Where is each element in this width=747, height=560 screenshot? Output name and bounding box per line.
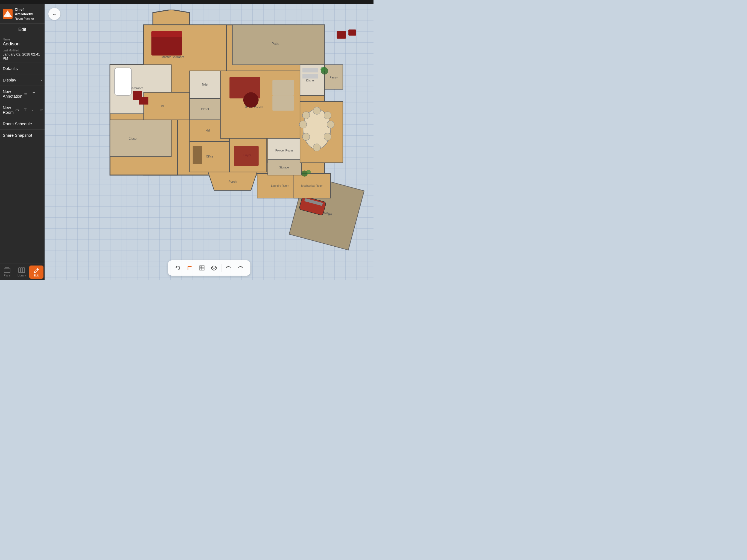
svg-point-74 [302, 111, 310, 119]
svg-point-71 [313, 144, 320, 151]
floorplan-container: Patio Porch Garage [64, 9, 371, 261]
arrow-icon: ⇐ [22, 91, 29, 97]
toolbar-divider [221, 264, 221, 272]
floorplan-svg: Patio Porch Garage [64, 9, 371, 261]
svg-text:Kitchen: Kitchen [306, 79, 315, 82]
svg-text:Toilet: Toilet [202, 83, 208, 86]
chevron-right-icon: › [41, 78, 42, 82]
top-bar [0, 0, 374, 4]
room-schedule-label: Room Schedule [3, 121, 42, 126]
svg-text:Hall: Hall [206, 129, 210, 132]
last-modified-label: Last Modified [3, 49, 42, 52]
svg-text:Closet: Closet [201, 108, 209, 111]
svg-point-73 [327, 121, 334, 128]
svg-point-72 [300, 121, 307, 128]
menu-item-new-annotation[interactable]: New Annotation ⇐ T ⊢ 📷 [0, 86, 45, 102]
svg-rect-62 [193, 146, 202, 164]
plan-view-button[interactable] [196, 262, 207, 274]
sidebar-menu: Defaults Display › New Annotation ⇐ T ⊢ … [0, 63, 45, 263]
share-snapshot-label: Share Snapshot [3, 133, 42, 137]
last-modified-value: January 02, 2018 02:41 PM [3, 52, 42, 60]
product-name: Room Planner [15, 17, 42, 21]
defaults-label: Defaults [3, 66, 42, 71]
svg-rect-30 [152, 31, 182, 37]
app-logo-icon [3, 9, 12, 19]
nav-item-edit[interactable]: Edit [29, 265, 44, 279]
brand-name: Chief Architect® [15, 7, 42, 17]
name-label: Name [3, 38, 42, 41]
canvas-toolbar [168, 260, 250, 276]
svg-text:Storage: Storage [279, 166, 289, 169]
svg-rect-33 [114, 68, 131, 96]
svg-text:Porch: Porch [229, 180, 236, 183]
info-section: Name Addison Last Modified January 02, 2… [0, 35, 45, 63]
svg-rect-4 [19, 268, 20, 273]
3d-view-button[interactable] [208, 262, 219, 274]
svg-text:Mechanical Room: Mechanical Room [301, 184, 324, 187]
svg-rect-37 [144, 93, 190, 120]
undo-button[interactable] [223, 262, 234, 274]
svg-point-79 [320, 67, 325, 72]
svg-rect-49 [272, 96, 294, 111]
svg-marker-10 [153, 9, 189, 25]
svg-rect-90 [202, 268, 204, 270]
redo-button[interactable] [235, 262, 246, 274]
svg-rect-53 [302, 68, 318, 73]
svg-text:Office: Office [206, 155, 213, 158]
nav-item-library[interactable]: Library [14, 265, 29, 279]
display-label: Display [3, 78, 41, 82]
corner-tool-button[interactable] [184, 262, 195, 274]
svg-rect-82 [337, 31, 346, 39]
svg-rect-2 [6, 15, 9, 17]
menu-item-display[interactable]: Display › [0, 74, 45, 86]
library-label: Library [18, 274, 26, 277]
menu-item-new-room[interactable]: New Room ▭ ⊤ ⌐ ☞ [0, 102, 45, 118]
svg-rect-54 [302, 74, 318, 78]
text-icon: T [31, 91, 37, 97]
library-icon [18, 267, 25, 273]
svg-rect-6 [22, 268, 25, 273]
new-room-label: New Room [3, 105, 14, 114]
edit-title: Edit [0, 24, 45, 35]
canvas-area[interactable]: ← Patio Porch [45, 4, 374, 280]
svg-text:Powder Room: Powder Room [275, 149, 293, 152]
svg-rect-84 [139, 97, 149, 104]
svg-rect-89 [200, 268, 202, 270]
svg-rect-3 [4, 268, 10, 273]
menu-item-share-snapshot[interactable]: Share Snapshot [0, 130, 45, 141]
svg-text:Hall: Hall [160, 104, 164, 107]
svg-point-48 [243, 93, 259, 108]
svg-point-81 [307, 170, 311, 174]
svg-rect-35 [110, 120, 171, 156]
svg-text:Master Bedroom: Master Bedroom [162, 55, 184, 58]
back-button[interactable]: ← [48, 8, 60, 20]
svg-text:Closet: Closet [129, 137, 137, 140]
l-shape-icon: ⌐ [30, 107, 36, 113]
rotate-button[interactable] [172, 262, 183, 274]
svg-text:Laundry Room: Laundry Room [271, 184, 289, 187]
room-icons: ▭ ⊤ ⌐ ☞ [14, 107, 45, 113]
svg-point-76 [302, 133, 310, 141]
svg-rect-59 [234, 146, 259, 166]
menu-item-defaults[interactable]: Defaults [0, 63, 45, 74]
edit-icon [32, 267, 40, 273]
svg-rect-88 [202, 266, 204, 268]
svg-text:Patio: Patio [272, 42, 279, 46]
edit-nav-label: Edit [34, 274, 38, 277]
rect-room-icon: ▭ [14, 107, 20, 113]
plans-icon [3, 267, 11, 273]
svg-rect-5 [21, 268, 22, 273]
logo-text: Chief Architect® Room Planner [15, 7, 42, 21]
svg-point-77 [324, 133, 331, 141]
svg-rect-50 [272, 80, 294, 96]
bottom-nav: Plans Library [0, 263, 45, 280]
svg-point-70 [313, 107, 320, 114]
new-annotation-label: New Annotation [3, 89, 22, 98]
nav-item-plans[interactable]: Plans [0, 265, 14, 279]
freeform-icon: ☞ [38, 107, 45, 113]
svg-point-75 [324, 111, 331, 119]
svg-rect-87 [200, 266, 202, 268]
t-shape-icon: ⊤ [22, 107, 28, 113]
menu-item-room-schedule[interactable]: Room Schedule [0, 118, 45, 130]
main-area: Chief Architect® Room Planner Edit Name … [0, 4, 374, 280]
